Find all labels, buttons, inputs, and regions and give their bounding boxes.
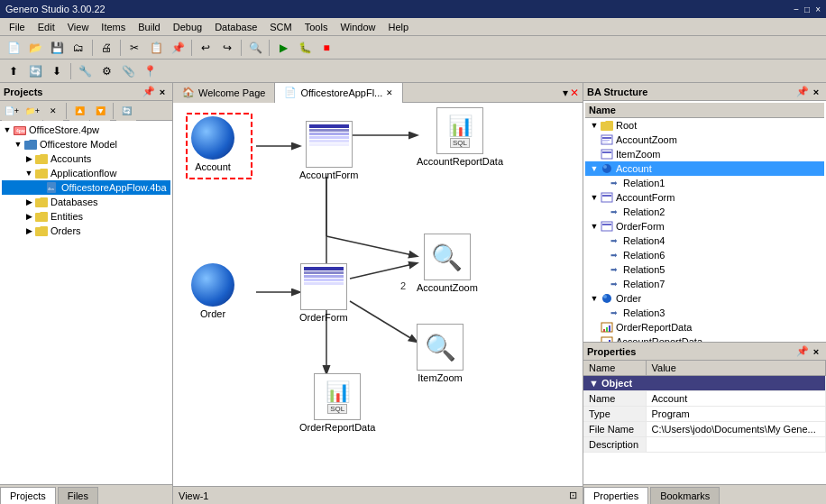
tree-tb-btn6[interactable]: 🔄 (116, 101, 136, 121)
new-button[interactable]: 📄 (4, 38, 23, 58)
ba-item-relation6[interactable]: ➡ Relation6 (585, 248, 824, 262)
appflow-tab-close[interactable]: ✕ (386, 88, 393, 97)
ba-item-relation1[interactable]: ➡ Relation1 (585, 176, 824, 190)
menu-edit[interactable]: Edit (32, 20, 60, 34)
ba-item-relation2[interactable]: ➡ Relation2 (585, 205, 824, 219)
save-button[interactable]: 💾 (47, 38, 67, 58)
tree-item-appflow-file[interactable]: 4ba OfficestoreAppFlow.4ba (2, 180, 170, 195)
copy-button[interactable]: 📋 (146, 38, 166, 58)
ba-close-button[interactable]: × (810, 86, 822, 98)
props-tab-bookmarks[interactable]: Bookmarks (650, 487, 720, 504)
tree-tb-btn4[interactable]: 🔼 (69, 101, 89, 121)
expand-accounts[interactable]: ▶ (23, 154, 34, 163)
expand-order-ba[interactable]: ▼ (589, 294, 600, 303)
find-button[interactable]: 🔍 (245, 38, 265, 58)
ba-item-account[interactable]: ▼ Account (585, 161, 824, 176)
ba-item-accountform[interactable]: ▼ AccountForm (585, 190, 824, 205)
print-button[interactable]: 🖨 (96, 38, 116, 58)
diagram-canvas[interactable]: 2 Account (173, 103, 583, 486)
undo-button[interactable]: ↩ (196, 38, 216, 58)
tree-item-accounts[interactable]: ▶ Accounts (2, 151, 170, 166)
expand-account-ba[interactable]: ▼ (589, 164, 600, 173)
node-orderreport[interactable]: 📊 SQL OrderReportData (299, 373, 375, 433)
node-order[interactable]: Order (191, 263, 234, 319)
close-button[interactable]: × (815, 5, 821, 14)
panel-pin-button[interactable]: 📌 (142, 86, 155, 98)
ba-item-accountzoom[interactable]: AccountZoom (585, 133, 824, 147)
expand-orderform-ba[interactable]: ▼ (589, 222, 600, 231)
close-tab-button[interactable]: ✕ (570, 87, 579, 99)
tree-item-orders[interactable]: ▶ Orders (2, 224, 170, 238)
expand-databases[interactable]: ▶ (23, 197, 34, 206)
tab-welcome[interactable]: 🏠 Welcome Page (173, 83, 275, 103)
expand-orders[interactable]: ▶ (23, 226, 34, 235)
tree-tb-btn5[interactable]: 🔽 (90, 101, 110, 121)
open-button[interactable]: 📂 (25, 38, 45, 58)
run-button[interactable]: ▶ (273, 38, 293, 58)
props-tab-properties[interactable]: Properties (583, 487, 648, 504)
node-account[interactable]: Account (191, 116, 234, 172)
window-controls[interactable]: − □ × (794, 5, 821, 14)
expand-entities[interactable]: ▶ (23, 212, 34, 221)
menu-help[interactable]: Help (383, 20, 415, 34)
ba-pin-button[interactable]: 📌 (796, 86, 809, 98)
menu-items[interactable]: Items (96, 20, 131, 34)
panel-close-button[interactable]: × (156, 86, 169, 98)
minimize-button[interactable]: − (794, 5, 799, 14)
tree-tb-btn2[interactable]: 📁+ (23, 101, 42, 121)
props-pin-button[interactable]: 📌 (796, 345, 809, 358)
tree-item-model[interactable]: ▼ Officestore Model (2, 137, 170, 151)
menu-window[interactable]: Window (335, 20, 381, 34)
tree-tb-btn3[interactable]: ✕ (43, 101, 63, 121)
tree-item-databases[interactable]: ▶ Databases (2, 195, 170, 209)
node-accountform[interactable]: AccountForm (299, 121, 358, 180)
ba-item-relation5[interactable]: ➡ Relation5 (585, 262, 824, 277)
tab-projects[interactable]: Projects (0, 487, 56, 504)
menu-debug[interactable]: Debug (168, 20, 207, 34)
ba-item-relation3[interactable]: ➡ Relation3 (585, 306, 824, 320)
expand-appflow[interactable]: ▼ (23, 169, 34, 178)
tb2-btn1[interactable]: ⬆ (4, 61, 23, 81)
ba-item-order[interactable]: ▼ Order (585, 291, 824, 306)
paste-button[interactable]: 📌 (168, 38, 188, 58)
ba-item-root[interactable]: ▼ Root (585, 118, 824, 133)
menu-file[interactable]: File (4, 20, 31, 34)
tree-tb-btn1[interactable]: 📄+ (2, 101, 22, 121)
tb2-btn5[interactable]: ⚙ (96, 61, 116, 81)
tb2-btn6[interactable]: 📎 (118, 61, 138, 81)
ba-item-orderreport[interactable]: OrderReportData (585, 320, 824, 334)
tree-item-entities[interactable]: ▶ Entities (2, 209, 170, 224)
maximize-button[interactable]: □ (804, 5, 810, 14)
ba-item-itemzoom[interactable]: ItemZoom (585, 147, 824, 161)
expand-root[interactable]: ▼ (589, 121, 600, 130)
node-itemzoom[interactable]: 🔍 ItemZoom (417, 324, 463, 383)
props-close-button[interactable]: × (810, 345, 822, 358)
tab-files[interactable]: Files (58, 487, 98, 504)
menu-build[interactable]: Build (133, 20, 165, 34)
save-all-button[interactable]: 🗂 (69, 38, 88, 58)
tb2-btn2[interactable]: 🔄 (25, 61, 45, 81)
ba-item-accountreport-ba[interactable]: AccountReportData (585, 334, 824, 342)
expand-model[interactable]: ▼ (13, 140, 23, 149)
expand-accountform-ba[interactable]: ▼ (589, 193, 600, 202)
ba-item-orderform[interactable]: ▼ OrderForm (585, 219, 824, 234)
menu-tools[interactable]: Tools (299, 20, 334, 34)
tree-item-pw[interactable]: ▼ 4pw OfficeStore.4pw (2, 123, 170, 137)
ba-item-relation4[interactable]: ➡ Relation4 (585, 234, 824, 248)
redo-button[interactable]: ↪ (217, 38, 237, 58)
expand-pw[interactable]: ▼ (2, 125, 13, 134)
ba-item-relation7[interactable]: ➡ Relation7 (585, 277, 824, 291)
tb2-btn3[interactable]: ⬇ (47, 61, 67, 81)
node-accountreport[interactable]: 📊 SQL AccountReportData (417, 107, 503, 167)
menu-view[interactable]: View (62, 20, 95, 34)
stop-button[interactable]: ■ (317, 38, 336, 58)
node-orderform[interactable]: OrderForm (299, 263, 348, 323)
node-accountzoom[interactable]: 🔍 AccountZoom (417, 234, 478, 293)
menu-scm[interactable]: SCM (264, 20, 297, 34)
cut-button[interactable]: ✂ (124, 38, 144, 58)
tab-appflow[interactable]: 📄 OfficestoreAppFl... ✕ (275, 83, 403, 103)
tree-item-appflow[interactable]: ▼ Applicationflow (2, 166, 170, 180)
debug-button[interactable]: 🐛 (295, 38, 315, 58)
tb2-btn4[interactable]: 🔧 (75, 61, 95, 81)
menu-database[interactable]: Database (209, 20, 262, 34)
